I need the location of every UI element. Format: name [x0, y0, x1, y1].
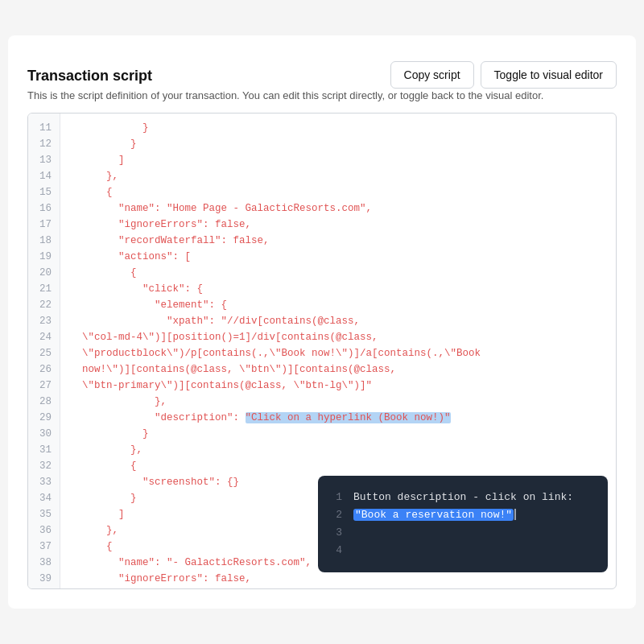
code-line: ]	[70, 152, 606, 168]
tooltip-line: 4	[332, 542, 593, 559]
code-line: "ignoreErrors": false,	[70, 571, 606, 587]
code-line: "recordWaterfall": false,	[70, 233, 606, 249]
code-line: now!\")][contains(@class, \"btn\")][cont…	[70, 361, 606, 378]
page-description: This is the script definition of your tr…	[27, 89, 617, 101]
code-line: }	[70, 120, 606, 136]
tooltip-line: 3	[332, 524, 593, 542]
line-numbers: 1112131415161718192021222324252627282930…	[28, 114, 60, 588]
code-line: "actions": [	[70, 249, 606, 265]
code-line: \"productblock\")/p[contains(.,\"Book no…	[70, 345, 606, 361]
code-line: "element": {	[70, 297, 606, 313]
code-line: {	[70, 265, 606, 281]
code-line: },	[70, 168, 606, 184]
code-line: "name": "Home Page - GalacticResorts.com…	[70, 200, 606, 217]
tooltip-line: 2"Book a reservation now!"	[332, 506, 593, 524]
code-line: "recordWaterfall": true,	[70, 587, 606, 588]
code-line: \"col-md-4\")][position()=1]/div[contain…	[70, 329, 606, 345]
code-line: "description": "Click on a hyperlink (Bo…	[70, 410, 606, 426]
toggle-visual-editor-button[interactable]: Toggle to visual editor	[481, 61, 617, 89]
tooltip-line: 1Button description - click on link:	[332, 489, 593, 506]
code-line: "ignoreErrors": false,	[70, 217, 606, 233]
tooltip-popup: 1Button description - click on link:2"Bo…	[318, 476, 608, 572]
code-line: "xpath": "//div[contains(@class,	[70, 313, 606, 329]
code-line: {	[70, 184, 606, 200]
code-line: },	[70, 394, 606, 410]
toolbar: Copy script Toggle to visual editor	[390, 61, 617, 89]
code-line: \"btn-primary\")][contains(@class, \"btn…	[70, 378, 606, 394]
copy-script-button[interactable]: Copy script	[390, 61, 474, 89]
code-line: }	[70, 136, 606, 152]
code-editor[interactable]: 1112131415161718192021222324252627282930…	[27, 113, 617, 589]
code-line: }	[70, 426, 606, 442]
page-container: Copy script Toggle to visual editor Tran…	[8, 35, 636, 609]
code-line: "click": {	[70, 281, 606, 297]
code-line: {	[70, 458, 606, 474]
code-line: },	[70, 442, 606, 458]
